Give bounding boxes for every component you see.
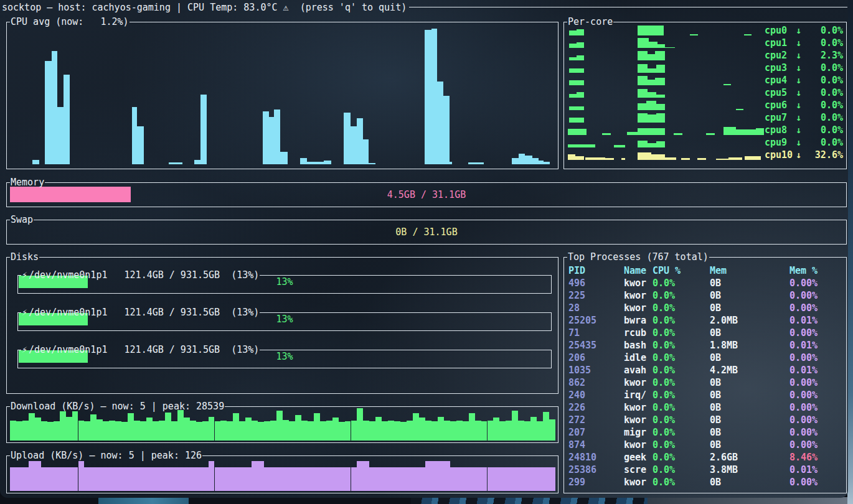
traffic-bar [84,421,90,441]
history-bar [655,78,665,85]
process-pid: 25435 [568,340,624,351]
traffic-bar [388,421,394,441]
process-name: geek [624,452,653,463]
traffic-bar [493,418,499,441]
core-name: cpu1 [765,37,796,49]
process-mem-pct: 8.46% [789,452,844,463]
traffic-bar [128,467,134,491]
history-bar [137,126,144,164]
history-bar [665,157,676,160]
process-mem: 0B [710,327,789,338]
history-bar [697,158,706,160]
process-cpu-pct: 0.0% [653,452,710,463]
history-bar [169,162,182,164]
process-cpu-pct: 0.0% [653,315,710,326]
traffic-bar [171,467,177,491]
traffic-bar [54,421,60,441]
traffic-bar [72,411,78,441]
header-mem: Mem [710,265,789,276]
process-mem: 0B [710,352,789,363]
core-usage-value: 0.0% [805,100,843,111]
process-row: 28kwor0.0%0B0.00% [568,302,844,314]
process-mem-pct: 0.01% [789,315,844,326]
core-usage-value: 0.0% [805,37,843,49]
history-bar [638,64,648,73]
core-name: cpu9 [765,137,796,148]
traffic-bar [419,418,425,441]
traffic-bar [252,421,258,441]
traffic-bar [227,421,233,441]
process-row: 496kwor0.0%0B0.00% [568,277,844,289]
history-bar [655,51,665,60]
traffic-bar [283,467,289,491]
core-usage-value: 0.0% [805,137,843,148]
down-arrow-icon: ↓ [796,75,805,86]
history-bar [512,158,519,164]
process-cpu-pct: 0.0% [653,340,710,351]
process-cpu-pct: 0.0% [653,377,710,388]
traffic-bar [115,467,121,491]
history-bar [656,141,665,147]
core-name: cpu10 [765,149,796,161]
core-row-cpu6: cpu6↓0.0% [564,99,846,111]
history-bar [716,159,728,160]
traffic-bar [252,461,258,492]
history-bar [651,154,665,160]
process-cpu-pct: 0.0% [653,390,710,401]
traffic-bar [202,467,209,491]
process-table-header: PID Name CPU % Mem Mem % [568,264,844,277]
traffic-bar [431,421,438,441]
disk-box: ⚡/dev/nvme0n1p1 121.4GB / 931.5GB (13%)1… [17,343,552,368]
traffic-bar [245,467,252,491]
history-bar [621,158,625,160]
terminal-screen[interactable]: socktop — host: cachyos-gaming | CPU Tem… [0,0,848,498]
header-cpu: CPU % [653,265,710,276]
history-bar [674,133,682,135]
process-cpu-pct: 0.0% [653,439,710,450]
process-row: 272kwor0.0%0B0.00% [568,414,844,426]
history-bar [638,128,665,135]
down-arrow-icon: ↓ [796,149,805,161]
process-pid: 71 [568,327,624,338]
process-name: kwor [624,414,653,426]
traffic-bar [543,467,549,491]
traffic-bar [239,467,245,491]
traffic-bar [134,421,140,441]
disk-power-icon: ⚡ [21,307,28,318]
history-bar [568,154,575,160]
process-name: rcub [624,327,653,338]
traffic-bar [549,419,555,441]
per-core-rows: cpu0↓0.0%cpu1↓0.0%cpu2↓2.3%cpu3↓0.0%cpu4… [564,24,846,169]
traffic-bar [29,413,35,441]
history-bar [450,162,452,165]
down-arrow-icon: ↓ [796,87,805,98]
history-bar [194,160,200,164]
history-bar [568,129,587,135]
process-name: kwor [624,402,653,413]
history-bar [324,161,331,164]
cpu-avg-title: CPU avg (now: 1.2%) [10,16,130,27]
traffic-bar [375,417,382,441]
traffic-bar [450,467,456,491]
traffic-bar [475,421,481,441]
process-row: 874kwor0.0%0B0.00% [568,439,844,451]
history-bar [532,158,539,164]
process-mem-pct: 0.00% [789,352,844,363]
history-bar [602,133,611,135]
process-mem-pct: 0.00% [789,327,844,338]
traffic-bar [233,413,239,441]
history-bar [648,92,656,98]
down-arrow-icon: ↓ [796,62,805,73]
traffic-bar [413,413,419,441]
process-row: 25205bwra0.0%2.0MB0.01% [568,314,844,327]
traffic-bar [345,467,351,491]
process-row: 299kwor0.0%0B0.00% [568,476,844,488]
history-bar [723,84,731,85]
process-mem-pct: 0.00% [789,402,844,413]
history-bar [627,132,638,135]
process-cpu-pct: 0.0% [653,427,710,438]
traffic-bar [357,461,363,492]
traffic-bar [190,421,196,441]
traffic-bar [264,421,270,441]
history-bar [200,95,207,165]
